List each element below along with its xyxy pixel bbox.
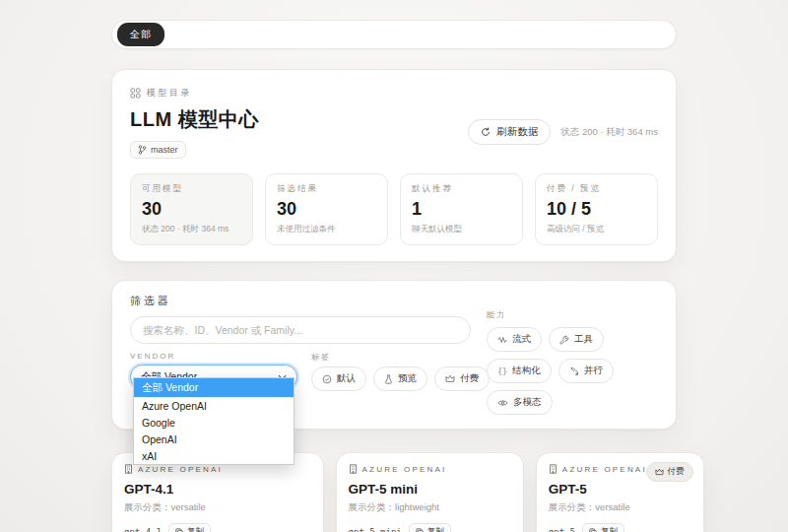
model-category: 展示分类：lightweight bbox=[349, 501, 511, 514]
copy-label: 复制 bbox=[187, 526, 204, 532]
stat-label: 默认推荐 bbox=[412, 183, 511, 195]
model-id-row: gpt-4.1 复制 bbox=[124, 523, 311, 532]
crown-icon bbox=[655, 468, 664, 476]
header-actions: 刷新数据 状态 200 · 耗时 364 ms bbox=[468, 119, 658, 145]
copy-label: 复制 bbox=[601, 526, 618, 532]
model-id: gpt-4.1 bbox=[124, 527, 162, 532]
filters-title: 筛选器 bbox=[130, 294, 471, 308]
filter-left: 筛选器 VENDOR 全部 Vendor 全部 Vendor Azure Ope… bbox=[130, 294, 471, 415]
model-card-gpt-5: AZURE OPENAI 付费 GPT-5 展示分类：versatile gpt… bbox=[536, 452, 704, 532]
refresh-button[interactable]: 刷新数据 bbox=[468, 119, 551, 145]
vendor-name: AZURE OPENAI bbox=[562, 465, 647, 474]
vendor-row: AZURE OPENAI bbox=[124, 464, 311, 474]
capability-label: 工具 bbox=[574, 333, 593, 346]
copy-button[interactable]: 复制 bbox=[582, 523, 624, 532]
stat-value: 30 bbox=[142, 199, 241, 220]
tag-label: 付费 bbox=[460, 372, 479, 385]
vendor-option-xai[interactable]: xAI bbox=[134, 447, 294, 464]
capability-label: 多模态 bbox=[513, 396, 542, 409]
vendor-option-google[interactable]: Google bbox=[134, 414, 294, 431]
catalog-icon bbox=[130, 88, 141, 99]
vendor-row: AZURE OPENAI bbox=[349, 464, 511, 474]
capability-parallel-chip[interactable]: 并行 bbox=[558, 359, 614, 383]
building-icon bbox=[549, 464, 558, 474]
building-icon bbox=[124, 464, 133, 474]
refresh-label: 刷新数据 bbox=[496, 125, 538, 139]
top-filter-bar: 全部 bbox=[111, 20, 677, 49]
search-input[interactable] bbox=[130, 316, 471, 344]
capability-structured-chip[interactable]: {} 结构化 bbox=[487, 359, 552, 383]
capability-stream-chip[interactable]: 流式 bbox=[487, 327, 542, 352]
tag-preview-chip[interactable]: 预览 bbox=[373, 366, 427, 391]
model-card-gpt-5-mini: AZURE OPENAI GPT-5 mini 展示分类：lightweight… bbox=[336, 452, 524, 532]
copy-icon bbox=[589, 528, 597, 532]
capability-label: 结构化 bbox=[512, 365, 541, 377]
filter-row: VENDOR 全部 Vendor 全部 Vendor Azure OpenAI … bbox=[130, 352, 471, 391]
vendor-name: AZURE OPENAI bbox=[362, 465, 447, 474]
model-category: 展示分类：versatile bbox=[549, 501, 691, 514]
page: 全部 模型目录 LLM 模型中心 master 刷新数据 状态 200 · 耗时… bbox=[111, 20, 677, 532]
branch-label: master bbox=[151, 145, 178, 155]
vendor-option-all[interactable]: 全部 Vendor bbox=[134, 378, 294, 397]
split-icon bbox=[569, 366, 579, 376]
check-circle-icon bbox=[322, 374, 332, 384]
stat-label: 付费 / 预览 bbox=[547, 183, 646, 195]
wrench-icon bbox=[559, 335, 569, 345]
stat-default-recommend: 默认推荐 1 聊天默认模型 bbox=[400, 173, 523, 245]
capability-tools-chip[interactable]: 工具 bbox=[549, 327, 604, 352]
copy-icon bbox=[175, 528, 183, 532]
tag-label: 预览 bbox=[398, 372, 417, 385]
copy-label: 复制 bbox=[427, 526, 444, 532]
wave-icon bbox=[497, 336, 507, 344]
copy-button[interactable]: 复制 bbox=[409, 523, 451, 532]
capabilities-field: 能力 流式 工具 {} 结构化 并行 bbox=[487, 294, 658, 415]
capability-multimodal-chip[interactable]: 多模态 bbox=[487, 390, 553, 415]
stat-available-models: 可用模型 30 状态 200 · 耗时 364 ms bbox=[130, 173, 253, 245]
tag-paid-chip[interactable]: 付费 bbox=[434, 366, 490, 391]
paid-badge: 付费 bbox=[646, 462, 693, 482]
model-category: 展示分类：versatile bbox=[124, 501, 311, 514]
model-name: GPT-4.1 bbox=[124, 482, 311, 497]
capability-chips: 流式 工具 {} 结构化 并行 多模态 bbox=[487, 327, 658, 415]
eyebrow-label: 模型目录 bbox=[147, 87, 192, 100]
stat-label: 可用模型 bbox=[142, 183, 241, 195]
vendor-label: VENDOR bbox=[130, 352, 297, 361]
model-id-row: gpt-5-mini 复制 bbox=[349, 523, 511, 532]
capability-label: 并行 bbox=[584, 365, 603, 377]
stat-sub: 聊天默认模型 bbox=[412, 224, 511, 235]
stat-sub: 状态 200 · 耗时 364 ms bbox=[142, 224, 241, 235]
tags-field: 标签 默认 预览 付费 bbox=[311, 352, 490, 391]
stat-value: 10 / 5 bbox=[547, 199, 646, 220]
header-card: 模型目录 LLM 模型中心 master 刷新数据 状态 200 · 耗时 36… bbox=[111, 69, 677, 262]
stat-sub: 高级访问 / 预览 bbox=[547, 224, 646, 235]
stat-paid-preview: 付费 / 预览 10 / 5 高级访问 / 预览 bbox=[535, 173, 658, 245]
stat-filter-results: 筛选结果 30 未使用过滤条件 bbox=[265, 173, 388, 245]
model-id: gpt-5 bbox=[549, 527, 575, 532]
filter-card: 筛选器 VENDOR 全部 Vendor 全部 Vendor Azure Ope… bbox=[111, 280, 677, 430]
tag-default-chip[interactable]: 默认 bbox=[311, 366, 366, 391]
vendor-dropdown: 全部 Vendor Azure OpenAI Google OpenAI xAI bbox=[133, 377, 295, 465]
eye-icon bbox=[497, 399, 508, 407]
tag-label: 默认 bbox=[337, 372, 356, 385]
copy-button[interactable]: 复制 bbox=[168, 523, 211, 532]
vendor-option-openai[interactable]: OpenAI bbox=[134, 431, 294, 447]
eyebrow: 模型目录 bbox=[130, 87, 658, 100]
filter-all-pill[interactable]: 全部 bbox=[117, 23, 164, 46]
vendor-name: AZURE OPENAI bbox=[138, 465, 223, 474]
refresh-icon bbox=[481, 127, 491, 137]
model-id: gpt-5-mini bbox=[349, 527, 402, 532]
vendor-option-azure-openai[interactable]: Azure OpenAI bbox=[134, 397, 294, 414]
crown-icon bbox=[445, 374, 455, 383]
copy-icon bbox=[416, 528, 424, 532]
stat-sub: 未使用过滤条件 bbox=[277, 224, 376, 235]
status-text: 状态 200 · 耗时 364 ms bbox=[560, 126, 658, 139]
building-icon bbox=[349, 464, 358, 474]
braces-icon: {} bbox=[497, 366, 507, 376]
tag-chips: 默认 预览 付费 bbox=[311, 366, 490, 391]
stat-value: 1 bbox=[412, 199, 511, 220]
vendor-field: VENDOR 全部 Vendor 全部 Vendor Azure OpenAI … bbox=[130, 352, 297, 391]
paid-badge-label: 付费 bbox=[668, 466, 685, 478]
git-branch-icon bbox=[138, 145, 147, 155]
stat-value: 30 bbox=[277, 199, 376, 220]
tags-label: 标签 bbox=[311, 352, 490, 363]
